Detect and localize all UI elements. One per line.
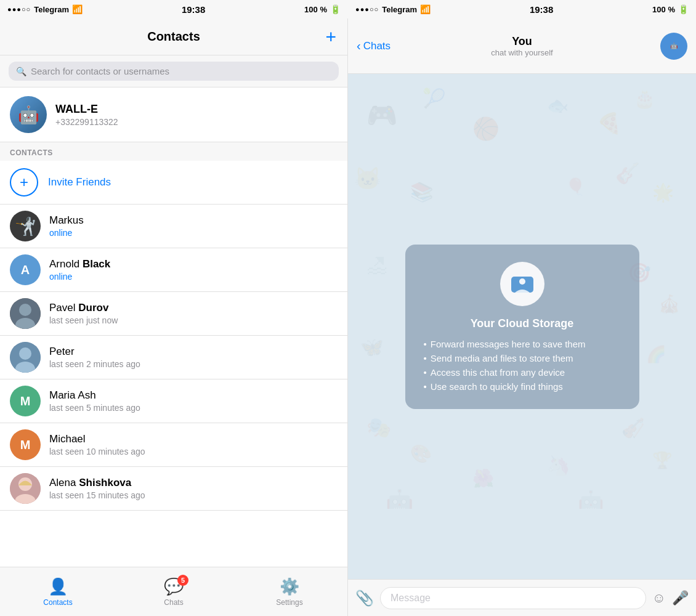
mic-button[interactable]: 🎤 (672, 590, 689, 606)
peter-info: Peter last seen 2 minutes ago (49, 346, 140, 369)
back-button[interactable]: ‹ Chats (357, 39, 390, 53)
battery-icon-left: 🔋 (330, 4, 341, 14)
back-chevron-icon: ‹ (357, 39, 361, 53)
svg-text:🌈: 🌈 (646, 344, 666, 364)
cloud-bullet-2: • Send media and files to store them (424, 353, 621, 363)
back-label: Chats (363, 40, 390, 52)
svg-text:🎂: 🎂 (634, 88, 656, 109)
contact-row-arnold[interactable]: A Arnold Black online (0, 248, 347, 292)
svg-text:🤖: 🤖 (578, 489, 604, 509)
alena-avatar (10, 473, 41, 504)
arnold-status: online (49, 272, 110, 282)
tab-settings[interactable]: ⚙️ Settings (232, 567, 347, 616)
chats-badge-wrap: 💬 5 (164, 577, 184, 596)
wifi-icon-left: 📶 (72, 4, 83, 14)
user-profile[interactable]: 🤖 WALL-E +332299113322 (0, 87, 347, 142)
svg-text:🎾: 🎾 (423, 87, 446, 110)
pavel-info: Pavel Durov last seen just now (49, 302, 118, 325)
arnold-avatar: A (10, 254, 41, 285)
cloud-title: Your Cloud Storage (424, 317, 621, 330)
cloud-storage-card: Your Cloud Storage • Forward messages he… (405, 245, 639, 409)
contact-row-pavel[interactable]: Pavel Durov last seen just now (0, 292, 347, 336)
invite-friends-label: Invite Friends (48, 176, 111, 188)
svg-text:🏀: 🏀 (472, 116, 500, 142)
user-info: WALL-E +332299113322 (55, 103, 118, 127)
battery-right: 100 % (652, 5, 675, 14)
svg-text:🎻: 🎻 (621, 416, 645, 439)
settings-tab-icon: ⚙️ (280, 577, 299, 596)
svg-text:🎸: 🎸 (615, 161, 641, 185)
svg-text:🏆: 🏆 (652, 450, 673, 470)
svg-point-1 (19, 304, 31, 316)
svg-text:🌟: 🌟 (652, 182, 674, 203)
peter-status: last seen 2 minutes ago (49, 359, 140, 369)
svg-point-34 (519, 278, 525, 285)
tab-contacts[interactable]: 👤 Contacts (0, 567, 116, 616)
contact-row-maria[interactable]: M Maria Ash last seen 5 minutes ago (0, 379, 347, 423)
carrier-right: Telegram (382, 5, 417, 14)
markus-name: Markus (49, 214, 84, 227)
alena-status: last seen 15 minutes ago (49, 490, 145, 500)
svg-text:🦋: 🦋 (360, 336, 384, 359)
signal-dots-left: ●●●○○ (7, 6, 31, 13)
tab-chats[interactable]: 💬 5 Chats (116, 567, 232, 616)
search-input[interactable]: 🔍 Search for contacts or usernames (9, 62, 339, 81)
cloud-icon (500, 262, 544, 306)
chats-badge: 5 (177, 575, 188, 586)
markus-avatar: 🤺 (10, 211, 41, 241)
contacts-tab-icon: 👤 (48, 577, 68, 596)
contact-row-peter[interactable]: Peter last seen 2 minutes ago (0, 336, 347, 379)
svg-text:🎈: 🎈 (565, 177, 586, 197)
michael-avatar: M (10, 429, 41, 460)
svg-text:🐟: 🐟 (547, 95, 569, 116)
arnold-info: Arnold Black online (49, 258, 110, 282)
alena-info: Alena Shishkova last seen 15 minutes ago (49, 477, 145, 500)
contact-row-alena[interactable]: Alena Shishkova last seen 15 minutes ago (0, 467, 347, 511)
cloud-bullet-1: • Forward messages here to save them (424, 339, 621, 349)
chat-title: You (491, 35, 552, 48)
time-right: 19:38 (530, 4, 553, 15)
contact-row-michael[interactable]: M Michael last seen 10 minutes ago (0, 423, 347, 467)
michael-info: Michael last seen 10 minutes ago (49, 433, 145, 456)
user-avatar: 🤖 (10, 96, 47, 133)
message-input[interactable]: Message (380, 587, 646, 609)
markus-info: Markus online (49, 214, 84, 238)
contacts-tab-label: Contacts (43, 598, 72, 607)
walle-avatar-emoji: 🤖 (18, 105, 39, 125)
add-contact-button[interactable]: + (325, 28, 336, 46)
svg-text:🤖: 🤖 (386, 488, 414, 509)
invite-plus-icon: + (10, 168, 38, 197)
michael-name: Michael (49, 433, 145, 445)
chat-avatar-emoji: 🤖 (670, 43, 678, 49)
invite-friends-row[interactable]: + Invite Friends (0, 161, 347, 205)
wifi-icon-right: 📶 (420, 4, 431, 14)
contacts-title: Contacts (147, 30, 200, 44)
arnold-name: Arnold Black (49, 258, 110, 270)
svg-text:🎪: 🎪 (658, 293, 681, 314)
svg-text:🎮: 🎮 (366, 100, 398, 130)
maria-status: last seen 5 minutes ago (49, 403, 140, 413)
tab-bar: 👤 Contacts 💬 5 Chats ⚙️ Settings (0, 567, 347, 616)
svg-text:🍕: 🍕 (597, 111, 622, 135)
message-bar: 📎 Message ☺ 🎤 (348, 579, 696, 616)
settings-tab-label: Settings (276, 598, 302, 607)
carrier-left: Telegram (34, 5, 69, 14)
contacts-section-label: CONTACTS (0, 142, 347, 161)
right-panel: ‹ Chats You chat with yourself 🤖 🎮 🎾 🏀 🐟… (348, 18, 696, 616)
user-phone: +332299113322 (55, 117, 118, 127)
michael-status: last seen 10 minutes ago (49, 447, 145, 456)
signal-dots-right: ●●●○○ (355, 6, 379, 13)
maria-avatar: M (10, 386, 41, 416)
contacts-header: Contacts + (0, 18, 347, 55)
chat-avatar[interactable]: 🤖 (660, 33, 687, 60)
search-placeholder: Search for contacts or usernames (31, 66, 169, 76)
contacts-list: + Invite Friends 🤺 Markus online A Arnol… (0, 161, 347, 567)
search-icon: 🔍 (16, 67, 26, 76)
chats-tab-label: Chats (164, 598, 183, 607)
attach-button[interactable]: 📎 (355, 590, 374, 607)
maria-name: Maria Ash (49, 389, 140, 402)
emoji-button[interactable]: ☺ (652, 590, 666, 606)
contact-row-markus[interactable]: 🤺 Markus online (0, 205, 347, 248)
svg-point-4 (19, 347, 31, 360)
cloud-bullets: • Forward messages here to save them • S… (424, 339, 621, 392)
